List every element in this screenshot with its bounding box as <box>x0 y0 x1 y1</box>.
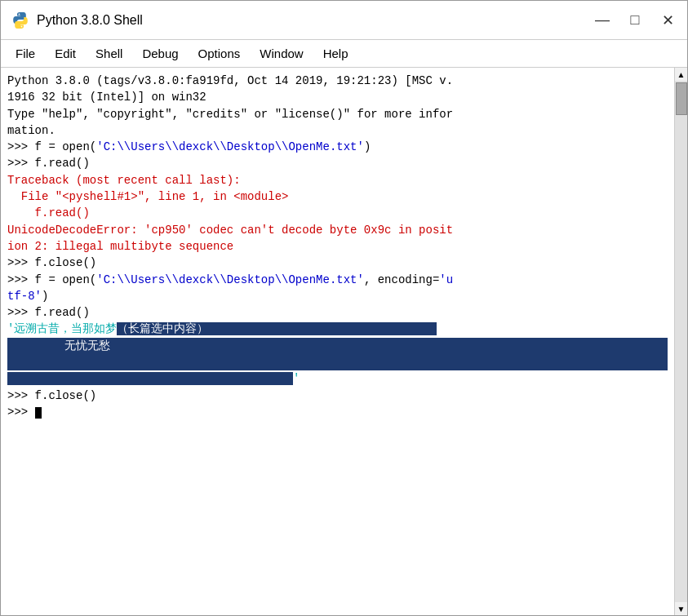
title-bar: Python 3.8.0 Shell — □ ✕ <box>1 1 687 40</box>
title-controls: — □ ✕ <box>593 11 677 30</box>
output-line-14: tf-8') <box>7 288 668 304</box>
main-window: Python 3.8.0 Shell — □ ✕ File Edit Shell… <box>0 0 688 616</box>
window-title: Python 3.8.0 Shell <box>37 13 143 28</box>
output-selected-2: 无忧无愁 <box>7 338 668 354</box>
scrollbar[interactable]: ▲ ▼ <box>674 68 687 615</box>
scroll-up-arrow[interactable]: ▲ <box>675 68 688 81</box>
output-line-16: >>> f.close() <box>7 388 668 404</box>
output-line-15: >>> f.read() <box>7 304 668 321</box>
menubar: File Edit Shell Debug Options Window Hel… <box>1 40 687 68</box>
output-line-7: Traceback (most recent call last): <box>7 172 668 188</box>
python-icon <box>11 11 30 30</box>
maximize-button[interactable]: □ <box>625 11 645 30</box>
shell-area: Python 3.8.0 (tags/v3.8.0:fa919fd, Oct 1… <box>1 68 687 615</box>
menu-debug[interactable]: Debug <box>134 43 186 64</box>
output-line-11: ion 2: illegal multibyte sequence <box>7 238 668 255</box>
output-selected-3 <box>7 354 668 370</box>
close-button[interactable]: ✕ <box>658 11 677 30</box>
output-line-4: mation. <box>7 122 668 139</box>
output-line-5: >>> f = open('C:\\Users\\dexck\\Desktop\… <box>7 139 668 155</box>
output-line-13: >>> f = open('C:\\Users\\dexck\\Desktop\… <box>7 272 668 288</box>
shell-content[interactable]: Python 3.8.0 (tags/v3.8.0:fa919fd, Oct 1… <box>1 68 674 615</box>
menu-window[interactable]: Window <box>251 43 311 64</box>
scrollbar-track[interactable] <box>675 81 687 602</box>
menu-options[interactable]: Options <box>190 43 249 64</box>
output-line-10: UnicodeDecodeError: 'cp950' codec can't … <box>7 222 668 238</box>
menu-file[interactable]: File <box>7 43 43 64</box>
output-line-1: Python 3.8.0 (tags/v3.8.0:fa919fd, Oct 1… <box>7 73 668 89</box>
title-left: Python 3.8.0 Shell <box>11 11 143 30</box>
output-line-12: >>> f.close() <box>7 255 668 271</box>
menu-shell[interactable]: Shell <box>87 43 131 64</box>
cursor <box>35 407 42 419</box>
scrollbar-thumb[interactable] <box>676 82 687 115</box>
menu-help[interactable]: Help <box>315 43 357 64</box>
output-line-8: File "<pyshell#1>", line 1, in <module> <box>7 188 668 205</box>
output-prompt-last: >>> <box>7 404 668 420</box>
output-line-3: Type "help", "copyright", "credits" or "… <box>7 106 668 122</box>
output-line-9: f.read() <box>7 205 668 221</box>
output-selected-1: '远溯古昔，当那如梦（长篇选中内容） <box>7 321 668 337</box>
output-line-6: >>> f.read() <box>7 155 668 171</box>
menu-edit[interactable]: Edit <box>47 43 84 64</box>
output-selected-4: ' <box>7 370 668 387</box>
minimize-button[interactable]: — <box>593 11 612 30</box>
output-line-2: 1916 32 bit (Intel)] on win32 <box>7 89 668 105</box>
scroll-down-arrow[interactable]: ▼ <box>675 602 688 615</box>
